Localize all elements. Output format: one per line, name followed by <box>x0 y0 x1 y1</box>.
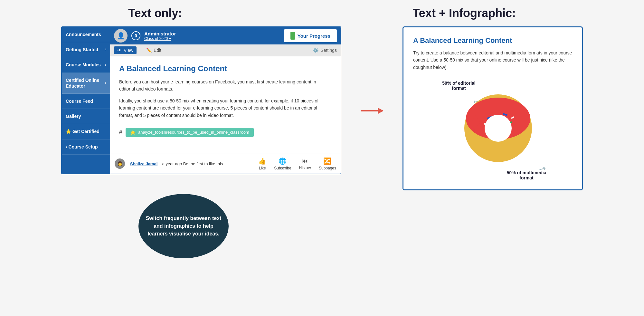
edit-button[interactable]: ✏️ Edit <box>143 46 165 54</box>
subpages-button[interactable]: 🔀 Subpages <box>319 157 336 170</box>
doughnut-illustration <box>461 91 535 167</box>
sidebar-item-announcements[interactable]: Announcements <box>62 27 110 42</box>
notification-badge: 0 <box>131 31 140 40</box>
user-name: Administrator <box>144 31 280 36</box>
sidebar-item-getting-started[interactable]: Getting Started › <box>62 42 110 57</box>
pencil-icon: ✏️ <box>146 48 152 53</box>
action-bar: 👁 View ✏️ Edit ⚙️ Settings <box>110 44 341 56</box>
sidebar-item-course-modules[interactable]: Course Modules › <box>62 57 110 72</box>
progress-button[interactable]: Your Progress <box>284 29 337 42</box>
label-editorial: 50% of editorial format <box>438 81 480 91</box>
history-icon: ⏮ <box>302 157 308 165</box>
settings-button[interactable]: ⚙️ Settings <box>313 48 337 53</box>
content-para2: Ideally, you should use a 50-50 mix when… <box>119 97 332 119</box>
svg-point-3 <box>513 123 519 133</box>
sidebar-item-certified-online-educator[interactable]: Certified Online Educator › <box>62 73 110 94</box>
chevron-icon: › <box>105 47 106 52</box>
view-button[interactable]: 👁 View <box>114 46 137 54</box>
chevron-icon: › <box>105 81 106 86</box>
page-header: Text only: Text + Infographic: <box>13 6 631 20</box>
sidebar: Announcements Getting Started › Course M… <box>62 27 110 174</box>
progress-indicator <box>290 32 295 40</box>
svg-point-2 <box>477 123 484 135</box>
globe-icon: 🌐 <box>279 157 287 165</box>
tag-badge[interactable]: ⭐ analyze_toolsnresources_to_be_used_in_… <box>126 128 254 137</box>
hash-symbol: # <box>119 129 122 136</box>
sidebar-item-gallery[interactable]: Gallery <box>62 109 110 124</box>
right-text: Try to create a balance between editoria… <box>413 49 572 71</box>
top-bar: 👤 0 Administrator Class of 2020 ▾ Your P… <box>110 27 341 44</box>
sidebar-item-course-setup[interactable]: › Course Setup <box>62 139 110 155</box>
tag-row: # ⭐ analyze_toolsnresources_to_be_used_i… <box>119 125 332 140</box>
donut-container: 50% of editorial format ↙ <box>413 77 572 180</box>
label-multimedia: 50% of multimedia format <box>506 170 547 180</box>
like-icon: 👍 <box>258 157 266 165</box>
main-area: 👤 0 Administrator Class of 2020 ▾ Your P… <box>110 27 341 174</box>
sidebar-item-course-feed[interactable]: Course Feed <box>62 94 110 109</box>
author-name[interactable]: Shaliza Jamal <box>130 161 157 166</box>
avatar: 👤 <box>114 29 128 43</box>
main-content: Announcements Getting Started › Course M… <box>13 26 631 190</box>
arrow-head <box>378 108 384 114</box>
speech-bubble: Switch frequently between text and infog… <box>138 194 229 258</box>
star-icon: ⭐ <box>130 130 136 135</box>
like-button[interactable]: 👍 Like <box>258 157 266 170</box>
heading-text-only: Text only: <box>128 6 182 20</box>
arrow-wrapper <box>361 110 383 111</box>
content-title: A Balanced Learning Content <box>119 64 332 73</box>
content-area: A Balanced Learning Content Before you c… <box>110 56 341 154</box>
chevron-icon: › <box>105 62 106 68</box>
history-button[interactable]: ⏮ History <box>299 157 311 170</box>
gear-icon: ⚙️ <box>313 48 318 53</box>
left-panel: Announcements Getting Started › Course M… <box>61 26 341 174</box>
eye-icon: 👁 <box>117 48 122 53</box>
subscribe-button[interactable]: 🌐 Subscribe <box>274 157 291 170</box>
footer-actions: 👍 Like 🌐 Subscribe ⏮ History 🔀 Subpages <box>258 157 336 170</box>
footer-bar: 👩 Shaliza Jamal – a year ago Be the firs… <box>110 154 341 174</box>
arrow <box>361 110 383 111</box>
author-info: Shaliza Jamal – a year ago Be the first … <box>130 161 223 166</box>
right-panel: A Balanced Learning Content Try to creat… <box>402 26 583 190</box>
user-class[interactable]: Class of 2020 ▾ <box>144 36 280 41</box>
svg-point-12 <box>485 115 512 142</box>
user-info: Administrator Class of 2020 ▾ <box>144 31 280 41</box>
subpages-icon: 🔀 <box>323 157 331 165</box>
heading-text-infographic: Text + Infographic: <box>413 6 516 20</box>
sidebar-item-get-certified[interactable]: ⭐ Get Certified <box>62 124 110 139</box>
author-avatar: 👩 <box>115 158 125 169</box>
content-para1: Before you can host your e-learning cour… <box>119 78 332 93</box>
right-title: A Balanced Learning Content <box>413 36 572 45</box>
